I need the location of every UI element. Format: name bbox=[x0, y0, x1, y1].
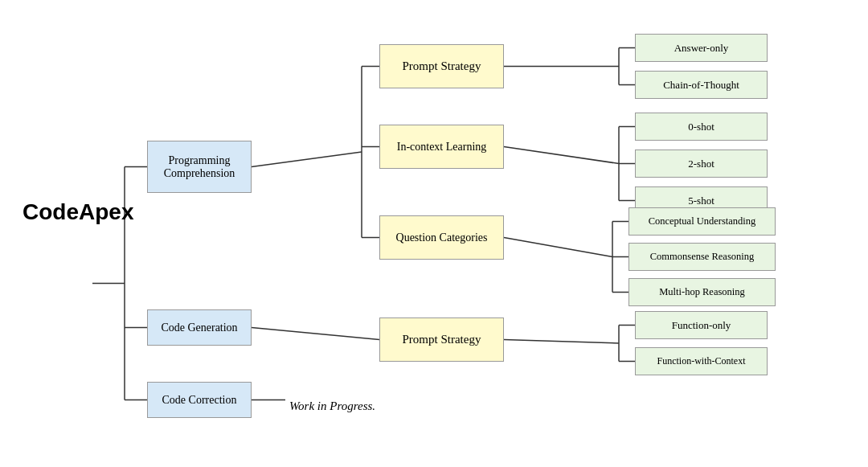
5-shot-label: 5-shot bbox=[688, 195, 714, 207]
wip-text: Work in Progress. bbox=[289, 399, 375, 413]
question-cat-node: Question Categories bbox=[379, 215, 504, 260]
chain-of-thought-node: Chain-of-Thought bbox=[635, 71, 768, 99]
code-corr-node: Code Correction bbox=[147, 382, 252, 418]
prompt-strat-2-node: Prompt Strategy bbox=[379, 317, 504, 362]
root-label: CodeApex bbox=[23, 199, 133, 225]
prog-comp-node: Programming Comprehension bbox=[147, 141, 252, 193]
prompt-strat-2-label: Prompt Strategy bbox=[403, 333, 481, 346]
answer-only-node: Answer-only bbox=[635, 34, 768, 62]
commonsense-node: Commonsense Reasoning bbox=[628, 243, 776, 271]
commonsense-label: Commonsense Reasoning bbox=[650, 251, 755, 263]
func-context-label: Function-with-Context bbox=[657, 355, 746, 367]
func-only-label: Function-only bbox=[672, 319, 731, 332]
svg-line-17 bbox=[504, 147, 619, 164]
conceptual-node: Conceptual Understanding bbox=[628, 207, 776, 236]
func-context-node: Function-with-Context bbox=[635, 347, 768, 375]
svg-line-10 bbox=[252, 328, 379, 340]
prompt-strat-1-node: Prompt Strategy bbox=[379, 44, 504, 88]
answer-only-label: Answer-only bbox=[674, 42, 729, 55]
question-cat-label: Question Categories bbox=[396, 231, 488, 244]
0-shot-label: 0-shot bbox=[688, 121, 714, 133]
0-shot-node: 0-shot bbox=[635, 113, 768, 141]
multihop-node: Multi-hop Reasoning bbox=[628, 278, 776, 306]
prompt-strat-1-label: Prompt Strategy bbox=[403, 59, 481, 73]
code-corr-label: Code Correction bbox=[162, 394, 237, 407]
2-shot-label: 2-shot bbox=[688, 158, 714, 170]
svg-line-6 bbox=[252, 152, 362, 167]
svg-line-22 bbox=[504, 238, 612, 257]
svg-line-27 bbox=[504, 340, 619, 344]
multihop-label: Multi-hop Reasoning bbox=[659, 286, 745, 298]
conceptual-label: Conceptual Understanding bbox=[649, 215, 756, 227]
2-shot-node: 2-shot bbox=[635, 150, 768, 178]
code-gen-label: Code Generation bbox=[161, 322, 237, 334]
chain-of-thought-label: Chain-of-Thought bbox=[663, 79, 739, 92]
prog-comp-label: Programming Comprehension bbox=[164, 154, 235, 180]
in-context-label: In-context Learning bbox=[397, 141, 487, 154]
in-context-node: In-context Learning bbox=[379, 125, 504, 169]
code-gen-node: Code Generation bbox=[147, 309, 252, 346]
func-only-node: Function-only bbox=[635, 311, 768, 339]
